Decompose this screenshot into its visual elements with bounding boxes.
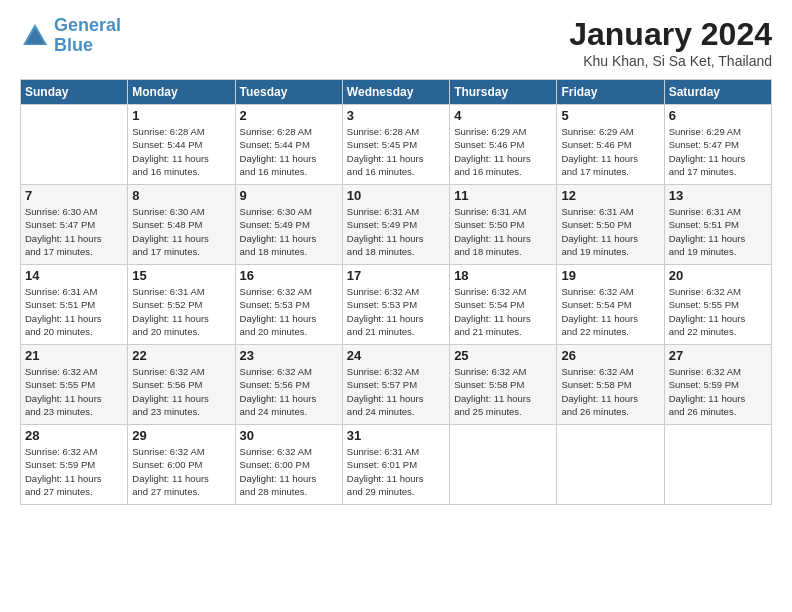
logo-icon xyxy=(20,21,50,51)
week-row-1: 1Sunrise: 6:28 AM Sunset: 5:44 PM Daylig… xyxy=(21,105,772,185)
day-info: Sunrise: 6:31 AM Sunset: 5:50 PM Dayligh… xyxy=(454,205,552,258)
day-cell: 5Sunrise: 6:29 AM Sunset: 5:46 PM Daylig… xyxy=(557,105,664,185)
day-info: Sunrise: 6:30 AM Sunset: 5:49 PM Dayligh… xyxy=(240,205,338,258)
day-cell: 7Sunrise: 6:30 AM Sunset: 5:47 PM Daylig… xyxy=(21,185,128,265)
calendar-body: 1Sunrise: 6:28 AM Sunset: 5:44 PM Daylig… xyxy=(21,105,772,505)
day-cell: 16Sunrise: 6:32 AM Sunset: 5:53 PM Dayli… xyxy=(235,265,342,345)
day-cell xyxy=(21,105,128,185)
day-cell: 15Sunrise: 6:31 AM Sunset: 5:52 PM Dayli… xyxy=(128,265,235,345)
day-number: 21 xyxy=(25,348,123,363)
day-cell: 14Sunrise: 6:31 AM Sunset: 5:51 PM Dayli… xyxy=(21,265,128,345)
day-info: Sunrise: 6:32 AM Sunset: 5:56 PM Dayligh… xyxy=(240,365,338,418)
calendar-table: Sunday Monday Tuesday Wednesday Thursday… xyxy=(20,79,772,505)
day-cell xyxy=(664,425,771,505)
day-number: 14 xyxy=(25,268,123,283)
day-info: Sunrise: 6:32 AM Sunset: 5:55 PM Dayligh… xyxy=(25,365,123,418)
week-row-5: 28Sunrise: 6:32 AM Sunset: 5:59 PM Dayli… xyxy=(21,425,772,505)
day-number: 28 xyxy=(25,428,123,443)
day-cell: 1Sunrise: 6:28 AM Sunset: 5:44 PM Daylig… xyxy=(128,105,235,185)
day-cell: 20Sunrise: 6:32 AM Sunset: 5:55 PM Dayli… xyxy=(664,265,771,345)
day-number: 26 xyxy=(561,348,659,363)
day-info: Sunrise: 6:31 AM Sunset: 5:51 PM Dayligh… xyxy=(669,205,767,258)
day-info: Sunrise: 6:32 AM Sunset: 5:55 PM Dayligh… xyxy=(669,285,767,338)
day-number: 8 xyxy=(132,188,230,203)
location: Khu Khan, Si Sa Ket, Thailand xyxy=(569,53,772,69)
day-info: Sunrise: 6:32 AM Sunset: 5:58 PM Dayligh… xyxy=(561,365,659,418)
logo: General Blue xyxy=(20,16,121,56)
col-sunday: Sunday xyxy=(21,80,128,105)
day-number: 17 xyxy=(347,268,445,283)
day-info: Sunrise: 6:32 AM Sunset: 5:59 PM Dayligh… xyxy=(669,365,767,418)
day-number: 12 xyxy=(561,188,659,203)
day-cell: 24Sunrise: 6:32 AM Sunset: 5:57 PM Dayli… xyxy=(342,345,449,425)
day-cell: 4Sunrise: 6:29 AM Sunset: 5:46 PM Daylig… xyxy=(450,105,557,185)
day-number: 11 xyxy=(454,188,552,203)
day-info: Sunrise: 6:32 AM Sunset: 5:59 PM Dayligh… xyxy=(25,445,123,498)
day-number: 16 xyxy=(240,268,338,283)
day-cell: 30Sunrise: 6:32 AM Sunset: 6:00 PM Dayli… xyxy=(235,425,342,505)
day-info: Sunrise: 6:29 AM Sunset: 5:46 PM Dayligh… xyxy=(561,125,659,178)
day-cell xyxy=(450,425,557,505)
day-number: 27 xyxy=(669,348,767,363)
day-number: 7 xyxy=(25,188,123,203)
week-row-2: 7Sunrise: 6:30 AM Sunset: 5:47 PM Daylig… xyxy=(21,185,772,265)
day-number: 18 xyxy=(454,268,552,283)
day-number: 30 xyxy=(240,428,338,443)
day-info: Sunrise: 6:32 AM Sunset: 5:57 PM Dayligh… xyxy=(347,365,445,418)
day-cell: 26Sunrise: 6:32 AM Sunset: 5:58 PM Dayli… xyxy=(557,345,664,425)
day-cell: 6Sunrise: 6:29 AM Sunset: 5:47 PM Daylig… xyxy=(664,105,771,185)
day-cell: 9Sunrise: 6:30 AM Sunset: 5:49 PM Daylig… xyxy=(235,185,342,265)
day-number: 15 xyxy=(132,268,230,283)
day-number: 13 xyxy=(669,188,767,203)
day-info: Sunrise: 6:29 AM Sunset: 5:47 PM Dayligh… xyxy=(669,125,767,178)
header-row: Sunday Monday Tuesday Wednesday Thursday… xyxy=(21,80,772,105)
day-number: 22 xyxy=(132,348,230,363)
day-cell: 27Sunrise: 6:32 AM Sunset: 5:59 PM Dayli… xyxy=(664,345,771,425)
day-info: Sunrise: 6:32 AM Sunset: 5:53 PM Dayligh… xyxy=(347,285,445,338)
day-number: 1 xyxy=(132,108,230,123)
day-cell: 18Sunrise: 6:32 AM Sunset: 5:54 PM Dayli… xyxy=(450,265,557,345)
day-cell: 19Sunrise: 6:32 AM Sunset: 5:54 PM Dayli… xyxy=(557,265,664,345)
col-monday: Monday xyxy=(128,80,235,105)
day-cell: 29Sunrise: 6:32 AM Sunset: 6:00 PM Dayli… xyxy=(128,425,235,505)
day-info: Sunrise: 6:30 AM Sunset: 5:47 PM Dayligh… xyxy=(25,205,123,258)
day-info: Sunrise: 6:31 AM Sunset: 6:01 PM Dayligh… xyxy=(347,445,445,498)
day-cell: 28Sunrise: 6:32 AM Sunset: 5:59 PM Dayli… xyxy=(21,425,128,505)
col-saturday: Saturday xyxy=(664,80,771,105)
day-info: Sunrise: 6:28 AM Sunset: 5:44 PM Dayligh… xyxy=(132,125,230,178)
day-info: Sunrise: 6:31 AM Sunset: 5:51 PM Dayligh… xyxy=(25,285,123,338)
col-friday: Friday xyxy=(557,80,664,105)
day-info: Sunrise: 6:29 AM Sunset: 5:46 PM Dayligh… xyxy=(454,125,552,178)
day-cell xyxy=(557,425,664,505)
week-row-3: 14Sunrise: 6:31 AM Sunset: 5:51 PM Dayli… xyxy=(21,265,772,345)
day-number: 24 xyxy=(347,348,445,363)
day-cell: 21Sunrise: 6:32 AM Sunset: 5:55 PM Dayli… xyxy=(21,345,128,425)
day-info: Sunrise: 6:32 AM Sunset: 6:00 PM Dayligh… xyxy=(240,445,338,498)
day-cell: 11Sunrise: 6:31 AM Sunset: 5:50 PM Dayli… xyxy=(450,185,557,265)
day-cell: 3Sunrise: 6:28 AM Sunset: 5:45 PM Daylig… xyxy=(342,105,449,185)
col-thursday: Thursday xyxy=(450,80,557,105)
col-wednesday: Wednesday xyxy=(342,80,449,105)
day-cell: 8Sunrise: 6:30 AM Sunset: 5:48 PM Daylig… xyxy=(128,185,235,265)
day-info: Sunrise: 6:30 AM Sunset: 5:48 PM Dayligh… xyxy=(132,205,230,258)
day-cell: 25Sunrise: 6:32 AM Sunset: 5:58 PM Dayli… xyxy=(450,345,557,425)
day-number: 10 xyxy=(347,188,445,203)
day-number: 20 xyxy=(669,268,767,283)
day-info: Sunrise: 6:32 AM Sunset: 6:00 PM Dayligh… xyxy=(132,445,230,498)
day-number: 19 xyxy=(561,268,659,283)
day-info: Sunrise: 6:32 AM Sunset: 5:54 PM Dayligh… xyxy=(561,285,659,338)
day-cell: 12Sunrise: 6:31 AM Sunset: 5:50 PM Dayli… xyxy=(557,185,664,265)
day-info: Sunrise: 6:28 AM Sunset: 5:45 PM Dayligh… xyxy=(347,125,445,178)
day-number: 4 xyxy=(454,108,552,123)
week-row-4: 21Sunrise: 6:32 AM Sunset: 5:55 PM Dayli… xyxy=(21,345,772,425)
day-cell: 23Sunrise: 6:32 AM Sunset: 5:56 PM Dayli… xyxy=(235,345,342,425)
day-number: 23 xyxy=(240,348,338,363)
day-cell: 22Sunrise: 6:32 AM Sunset: 5:56 PM Dayli… xyxy=(128,345,235,425)
day-number: 25 xyxy=(454,348,552,363)
day-cell: 2Sunrise: 6:28 AM Sunset: 5:44 PM Daylig… xyxy=(235,105,342,185)
day-number: 3 xyxy=(347,108,445,123)
day-number: 31 xyxy=(347,428,445,443)
day-info: Sunrise: 6:32 AM Sunset: 5:54 PM Dayligh… xyxy=(454,285,552,338)
day-info: Sunrise: 6:31 AM Sunset: 5:49 PM Dayligh… xyxy=(347,205,445,258)
day-number: 6 xyxy=(669,108,767,123)
